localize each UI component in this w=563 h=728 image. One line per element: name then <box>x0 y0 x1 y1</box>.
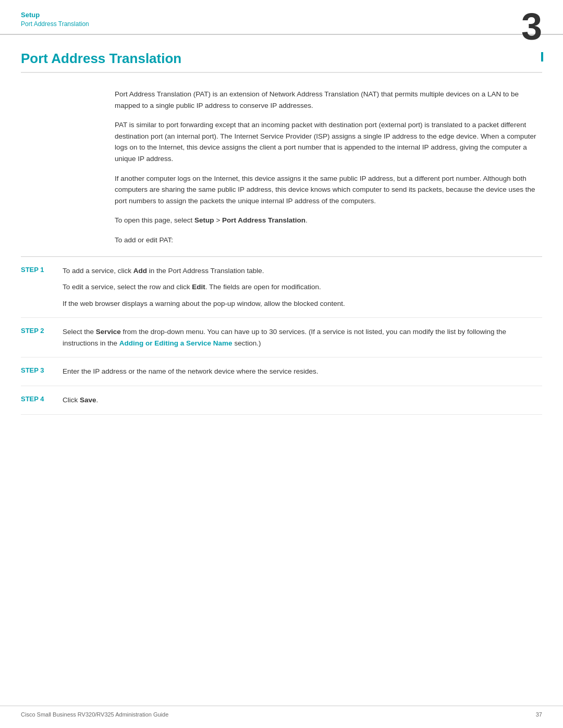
step-row-2: STEP 2 Select the Service from the drop-… <box>21 318 542 357</box>
main-content: Port Address Translation Port Address Tr… <box>0 35 563 436</box>
page-footer: Cisco Small Business RV320/RV325 Adminis… <box>0 706 563 718</box>
step1-bold: Add <box>133 267 147 275</box>
step2-text-prefix: Select the <box>63 328 96 336</box>
step4-bold: Save <box>80 396 96 404</box>
step4-text-prefix: Click <box>63 396 80 404</box>
footer-page-number: 37 <box>536 711 542 718</box>
add-edit-label: To add or edit PAT: <box>115 235 542 246</box>
open-setup-bold: Setup <box>194 216 214 224</box>
step-label-1: STEP 1 <box>21 265 63 274</box>
intro-paragraph-2: PAT is similar to port forwarding except… <box>115 119 542 164</box>
step-content-2: Select the Service from the drop-down me… <box>63 326 542 349</box>
page-title: Port Address Translation <box>21 51 542 73</box>
step-content-4: Click Save. <box>63 394 542 406</box>
step2-bold: Service <box>96 328 121 336</box>
page-header: Setup Port Address Translation 3 <box>0 0 563 35</box>
step-content-1: To add a service, click Add in the Port … <box>63 265 542 310</box>
footer-left-text: Cisco Small Business RV320/RV325 Adminis… <box>21 711 168 718</box>
step1-sub1-suffix: . The fields are open for modification. <box>205 283 321 291</box>
step1-sub1-prefix: To edit a service, select the row and cl… <box>63 283 192 291</box>
step-label-2: STEP 2 <box>21 326 63 335</box>
step1-text-suffix: in the Port Address Translation table. <box>147 267 264 275</box>
page-container: Setup Port Address Translation 3 Port Ad… <box>0 0 563 728</box>
chapter-bar-decoration <box>541 52 543 61</box>
step-label-4: STEP 4 <box>21 394 63 403</box>
intro-paragraph-1: Port Address Translation (PAT) is an ext… <box>115 89 542 111</box>
breadcrumb-sub: Port Address Translation <box>21 20 542 29</box>
step1-sub1-bold: Edit <box>192 283 205 291</box>
step4-text-suffix: . <box>96 396 99 404</box>
step1-text-prefix: To add a service, click <box>63 267 133 275</box>
breadcrumb-setup: Setup <box>21 10 542 20</box>
step-row-4: STEP 4 Click Save. <box>21 386 542 415</box>
content-body: Port Address Translation (PAT) is an ext… <box>21 89 542 246</box>
steps-container: STEP 1 To add a service, click Add in th… <box>21 256 542 415</box>
step2-link-suffix: section.) <box>232 339 261 347</box>
step-content-3: Enter the IP address or the name of the … <box>63 366 542 377</box>
step-label-3: STEP 3 <box>21 366 63 374</box>
step1-sub-2: If the web browser displays a warning ab… <box>63 298 542 310</box>
step-row-1: STEP 1 To add a service, click Add in th… <box>21 257 542 318</box>
step1-sub-1: To edit a service, select the row and cl… <box>63 281 542 293</box>
open-period: . <box>305 216 308 224</box>
open-arrow: > <box>214 216 222 224</box>
open-instruction-para: To open this page, select Setup > Port A… <box>115 215 542 226</box>
chapter-number: 3 <box>521 8 542 45</box>
step2-link[interactable]: Adding or Editing a Service Name <box>119 339 232 347</box>
step1-sub2-text: If the web browser displays a warning ab… <box>63 300 345 307</box>
open-pat-bold: Port Address Translation <box>222 216 305 224</box>
step-row-3: STEP 3 Enter the IP address or the name … <box>21 357 542 386</box>
intro-paragraph-3: If another computer logs on the Internet… <box>115 173 542 207</box>
step3-text: Enter the IP address or the name of the … <box>63 367 319 375</box>
open-instruction-text: To open this page, select <box>115 216 194 224</box>
